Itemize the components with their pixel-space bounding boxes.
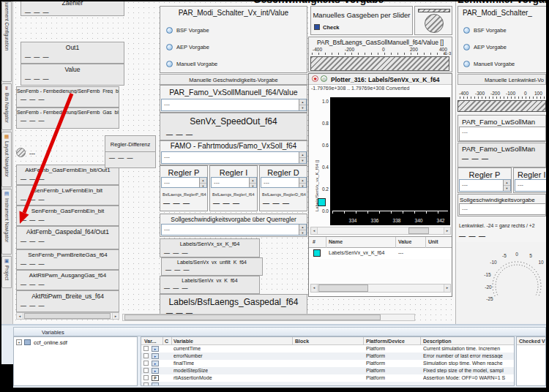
radio-manuell-vorgabe[interactable]: Manuell Vorgabe xyxy=(463,61,515,67)
radio-aep-vorgabe[interactable]: AEP Vorgabe xyxy=(463,44,507,50)
scrollbar-thumb[interactable] xyxy=(24,313,111,319)
left-column-scrollbar[interactable]: ◂ ▸ xyxy=(16,312,119,320)
spin-down-icon[interactable]: ▾ xyxy=(504,186,510,192)
famo-input[interactable]: --- ▴▾ xyxy=(161,151,307,164)
display-ausgang-gas: AktRtiPwm_AusgangGas_f64 — — — xyxy=(16,270,119,290)
spin-up-icon[interactable]: ▴ xyxy=(299,152,306,158)
plotter-icon-2[interactable]: ◎ xyxy=(321,75,327,82)
tree-expand-icon[interactable]: + xyxy=(16,339,22,345)
spin-up-icon[interactable]: ▴ xyxy=(200,178,206,184)
row-checkbox[interactable] xyxy=(143,375,149,380)
scrollbar-thumb[interactable]: ⋯ xyxy=(318,284,368,292)
scroll-right-icon[interactable]: ▸ xyxy=(444,227,450,234)
led-knob-icon[interactable] xyxy=(16,148,26,157)
row-checkbox[interactable] xyxy=(143,361,149,366)
lwsoll-input[interactable]: --- xyxy=(459,127,546,141)
plotter-window: ✺ ◎ Plotter_316: Labels/SenVx_vx_K_f64 -… xyxy=(308,73,452,297)
gas-slider-bar[interactable] xyxy=(310,56,449,71)
radio-icon[interactable] xyxy=(463,27,470,34)
table-row[interactable]: ▸ modelStepSize Platform Fixed step size… xyxy=(141,367,514,374)
row-checkbox[interactable] xyxy=(143,353,149,358)
steering-gauge[interactable]: 0 -5 5 -10 10 -15 -20 -25 xyxy=(456,242,546,324)
gas-slider-widget: PAR_BsfLaengs_GasSollManuell_f64/Value [… xyxy=(308,37,452,72)
row-checkbox[interactable] xyxy=(143,368,149,373)
scroll-left-icon[interactable]: ◂ xyxy=(311,227,318,234)
table-row[interactable]: ▸ finalTime Platform Simulation stop tim… xyxy=(141,360,514,367)
spin-down-icon[interactable]: ▾ xyxy=(299,105,306,111)
display-gaspedal: AktFernb_Gaspedal_f64/Out1 — — — xyxy=(16,226,119,249)
steer-slider-bar[interactable] xyxy=(458,100,546,112)
steer-sollgeschw-input[interactable]: --- xyxy=(459,203,546,215)
row-checkbox[interactable] xyxy=(143,346,149,351)
spin-down-icon[interactable]: ▾ xyxy=(299,184,306,188)
legend-row[interactable]: Labels/SenVx_vx_K_f64 --- xyxy=(309,248,452,259)
tree-item-label[interactable]: ccf_online.sdf xyxy=(34,339,67,346)
scroll-left-icon[interactable]: ◂ xyxy=(311,284,318,292)
steer-regler-i-input[interactable]: --- xyxy=(515,179,549,192)
spin-up-icon[interactable]: ▴ xyxy=(299,178,306,184)
display-breite-us: AktRtiPwm_Breite_us_f64 — — — xyxy=(16,290,119,312)
gas-slider-panel: Manuelles Gasgeben per Slider Check xyxy=(310,6,413,35)
row-checkbox[interactable] xyxy=(143,382,149,386)
radio-aep-vorgabe[interactable]: AEP Vorgabe xyxy=(166,44,209,50)
plot-x-scrollbar[interactable]: ◂ ▸ xyxy=(310,227,451,235)
table-row[interactable]: ▸ currentTime Platform Current simulatio… xyxy=(141,345,514,353)
radio-bsf-vorgabe[interactable]: BSF Vorgabe xyxy=(463,27,507,34)
steer-regler-p-input[interactable]: --- ▴▾ xyxy=(459,179,511,192)
radio-icon[interactable] xyxy=(166,44,173,50)
slider-tick-marks xyxy=(312,53,448,55)
lwsoll-input-panel: PAR_Famo_LwSollMan --- xyxy=(458,115,546,142)
instrument-navigator-icon: ▤ xyxy=(4,191,10,197)
radio-icon[interactable] xyxy=(463,61,470,67)
tab-bus-navigator[interactable]: ʬ Bus Navigator xyxy=(1,83,12,130)
regler-p-input[interactable]: --- ▴▾ xyxy=(161,177,207,188)
table-row[interactable]: ▸ errorNumber Platform Error number of l… xyxy=(141,353,514,360)
frame-top xyxy=(0,0,549,1)
tab-project[interactable]: ▣ Project xyxy=(1,256,12,288)
steer-sollgeschw-panel: Sollgeschwindigkeitsvorgabe --- xyxy=(458,194,546,216)
steer-regler-i-cell: Regler I --- xyxy=(513,167,549,193)
knob-value-strip xyxy=(418,9,450,12)
manual-steer-header: Manuelle Lenkwinkel-Vo xyxy=(458,74,546,85)
canvas-scrollbar[interactable]: ⋯ xyxy=(122,314,415,321)
scrollbar-thumb[interactable]: ⋯ xyxy=(124,314,381,320)
steer-note-value: — — — xyxy=(459,233,486,240)
radio-icon[interactable] xyxy=(166,61,173,67)
radio-icon[interactable] xyxy=(463,44,470,50)
spin-up-icon[interactable]: ▴ xyxy=(250,178,256,184)
check-checkbox[interactable] xyxy=(314,24,320,30)
spin-down-icon[interactable]: ▾ xyxy=(200,184,206,188)
radio-manuell-vorgabe[interactable]: Manuell Vorgabe xyxy=(166,61,217,67)
regler-d-input[interactable]: --- ▴▾ xyxy=(261,177,307,188)
legend-scrollbar[interactable]: ◂ ▸ ⋯ xyxy=(310,284,451,293)
radio-icon[interactable] xyxy=(166,27,173,34)
slider-exp-label: E-3 xyxy=(444,51,451,56)
plotter-icon-1[interactable]: ✺ xyxy=(312,75,318,82)
gas-knob[interactable] xyxy=(425,14,444,33)
tab-measurement-configuration[interactable]: Measurement Configuration xyxy=(1,1,12,82)
spin-down-icon[interactable]: ▾ xyxy=(250,184,256,188)
spin-up-icon[interactable]: ▴ xyxy=(504,180,510,186)
regler-i-input[interactable]: --- ▴▾ xyxy=(211,177,257,188)
variables-table-header[interactable]: Var... C Variable Block Platform/Device … xyxy=(141,337,514,345)
spin-down-icon[interactable]: ▾ xyxy=(299,230,306,235)
frame-left xyxy=(0,0,1,392)
table-row[interactable]: P rtiAssertionMode Platform Assertion Mo… xyxy=(141,374,514,382)
scrollbar-thumb[interactable] xyxy=(408,227,429,234)
spin-down-icon[interactable]: ▾ xyxy=(299,158,306,164)
display-lwsoll: PAR_Famo_LwSollMan — — — xyxy=(458,143,546,167)
scroll-left-icon[interactable]: ◂ xyxy=(17,313,23,319)
display-labels-vx: Labels/SenVx_vx_K_f64 — — — xyxy=(160,276,260,294)
speed-mode-panel: PAR_Modi_Schalter_Vx_int/Value BSF Vorga… xyxy=(160,6,307,73)
vxsoll-input[interactable]: --- ▴▾ xyxy=(161,99,307,111)
plotter-titlebar[interactable]: ✺ ◎ Plotter_316: Labels/SenVx_vx_K_f64 xyxy=(309,74,452,85)
spin-up-icon[interactable]: ▴ xyxy=(299,225,306,230)
tab-instrument-navigator[interactable]: ▤ Instrument Navigator xyxy=(1,189,12,255)
table-row-partial[interactable]: ▸ xyxy=(141,382,514,386)
scroll-right-icon[interactable]: ▸ xyxy=(112,313,119,319)
scroll-right-icon[interactable]: ▸ xyxy=(444,284,450,292)
querregler-input[interactable]: --- ▴▾ xyxy=(161,224,307,235)
radio-bsf-vorgabe[interactable]: BSF Vorgabe xyxy=(166,27,209,34)
tab-layout-navigator[interactable]: ▦ Layout Navigator xyxy=(1,132,12,187)
spin-up-icon[interactable]: ▴ xyxy=(299,99,306,105)
